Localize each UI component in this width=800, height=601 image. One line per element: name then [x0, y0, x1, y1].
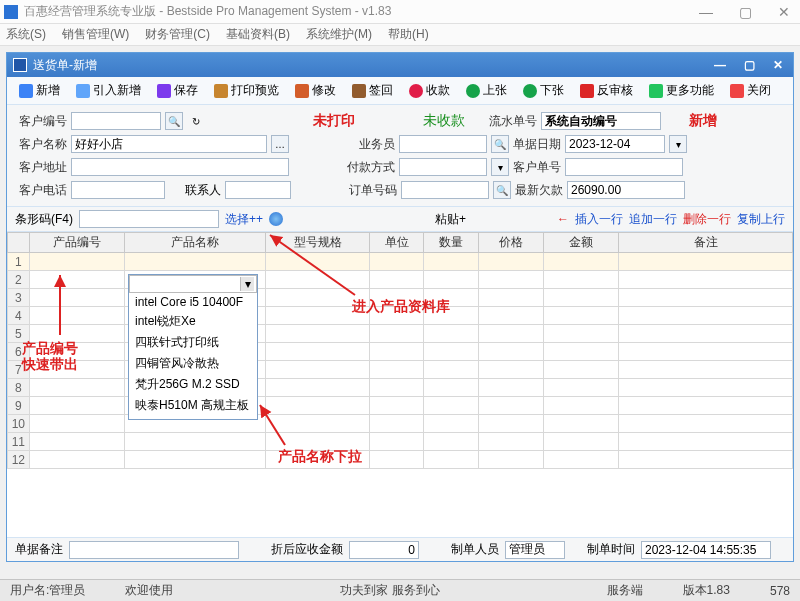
remark-input[interactable] [69, 541, 239, 559]
label-maketime: 制单时间 [587, 541, 635, 558]
menu-basedata[interactable]: 基础资料(B) [226, 26, 290, 43]
table-row[interactable]: 6 [8, 343, 793, 361]
grid-area: 产品编号产品名称型号规格单位数量价格金额备注 123456789101112 [7, 232, 793, 537]
label-barcode: 条形码(F4) [15, 211, 73, 228]
billdate-input[interactable] [565, 135, 665, 153]
delete-row-link[interactable]: 删除一行 [683, 211, 731, 228]
maker-input [505, 541, 565, 559]
copy-row-link[interactable]: 复制上行 [737, 211, 785, 228]
label-custphone: 客户电话 [15, 182, 67, 199]
dropdown-item[interactable]: 四联针式打印纸 [129, 332, 257, 353]
table-row[interactable]: 1 [8, 253, 793, 271]
dropdown-item[interactable]: intel Core i5 10400F [129, 293, 257, 311]
menu-finance[interactable]: 财务管理(C) [145, 26, 210, 43]
import-add-button[interactable]: 引入新增 [70, 80, 147, 101]
paste-link[interactable]: 粘贴+ [435, 211, 466, 228]
col-3[interactable]: 型号规格 [266, 233, 370, 253]
edit-button[interactable]: 修改 [289, 80, 342, 101]
custname-input[interactable] [71, 135, 267, 153]
custno-lookup-button[interactable]: 🔍 [165, 112, 183, 130]
col-8[interactable]: 备注 [619, 233, 793, 253]
col-1[interactable]: 产品编号 [29, 233, 124, 253]
custno-input[interactable] [71, 112, 161, 130]
status-server: 服务端 [607, 582, 643, 599]
col-6[interactable]: 价格 [478, 233, 543, 253]
barcode-input[interactable] [79, 210, 219, 228]
orderno-input[interactable] [401, 181, 489, 199]
chevron-down-icon[interactable]: ▾ [240, 277, 254, 291]
col-0[interactable] [8, 233, 30, 253]
label-custaddr: 客户地址 [15, 159, 67, 176]
table-row[interactable]: 2 [8, 271, 793, 289]
minimize-button[interactable]: — [693, 4, 719, 20]
menu-sales[interactable]: 销售管理(W) [62, 26, 129, 43]
prev-button[interactable]: 上张 [460, 80, 513, 101]
salesperson-lookup-button[interactable]: 🔍 [491, 135, 509, 153]
inner-minimize-button[interactable]: — [710, 58, 730, 72]
discount-input[interactable] [349, 541, 419, 559]
insert-row-link[interactable]: 插入一行 [575, 211, 623, 228]
add-button[interactable]: 新增 [13, 80, 66, 101]
col-2[interactable]: 产品名称 [125, 233, 266, 253]
dropdown-list[interactable]: intel Core i5 10400Fintel锐炬Xe四联针式打印纸四铜管风… [129, 293, 257, 419]
status-new-label: 新增 [689, 112, 717, 130]
save-button[interactable]: 保存 [151, 80, 204, 101]
next-button[interactable]: 下张 [517, 80, 570, 101]
globe-icon[interactable] [269, 212, 283, 226]
inner-close-button[interactable]: ✕ [769, 58, 787, 72]
data-grid[interactable]: 产品编号产品名称型号规格单位数量价格金额备注 123456789101112 [7, 232, 793, 469]
maximize-button[interactable]: ▢ [733, 4, 758, 20]
contact-input[interactable] [225, 181, 291, 199]
table-row[interactable]: 3 [8, 289, 793, 307]
table-row[interactable]: 12 [8, 451, 793, 469]
collect-button[interactable]: 收款 [403, 80, 456, 101]
custsheet-input[interactable] [565, 158, 683, 176]
print-preview-button[interactable]: 打印预览 [208, 80, 285, 101]
dropdown-item[interactable]: 爱普生针式打印机 [129, 416, 257, 419]
table-row[interactable]: 11 [8, 433, 793, 451]
table-row[interactable]: 5 [8, 325, 793, 343]
sign-button[interactable]: 签回 [346, 80, 399, 101]
more-button[interactable]: 更多功能 [643, 80, 720, 101]
col-4[interactable]: 单位 [370, 233, 424, 253]
col-7[interactable]: 金额 [543, 233, 619, 253]
menu-bar: 系统(S) 销售管理(W) 财务管理(C) 基础资料(B) 系统维护(M) 帮助… [0, 24, 800, 46]
dropdown-item[interactable]: intel锐炬Xe [129, 311, 257, 332]
close-tool-button[interactable]: 关闭 [724, 80, 777, 101]
not-printed-label: 未打印 [313, 112, 355, 130]
table-row[interactable]: 4 [8, 307, 793, 325]
salesperson-input[interactable] [399, 135, 487, 153]
paymethod-input[interactable] [399, 158, 487, 176]
inner-maximize-button[interactable]: ▢ [740, 58, 759, 72]
select-link[interactable]: 选择++ [225, 211, 263, 228]
status-user: 用户名:管理员 [10, 582, 85, 599]
billdate-picker-button[interactable]: ▾ [669, 135, 687, 153]
flowno-input[interactable] [541, 112, 661, 130]
label-discount: 折后应收金额 [271, 541, 343, 558]
menu-maint[interactable]: 系统维护(M) [306, 26, 372, 43]
latestdebt-input[interactable] [567, 181, 685, 199]
dropdown-item[interactable]: 梵升256G M.2 SSD [129, 374, 257, 395]
custname-browse-button[interactable]: … [271, 135, 289, 153]
menu-system[interactable]: 系统(S) [6, 26, 46, 43]
menu-help[interactable]: 帮助(H) [388, 26, 429, 43]
left-arrow-icon[interactable]: ← [557, 212, 569, 226]
append-row-link[interactable]: 追加一行 [629, 211, 677, 228]
custaddr-input[interactable] [71, 158, 289, 176]
paymethod-dropdown-button[interactable]: ▾ [491, 158, 509, 176]
app-title: 百惠经营管理系统专业版 - Bestside Pro Management Sy… [24, 3, 693, 20]
close-button[interactable]: ✕ [772, 4, 796, 20]
custphone-input[interactable] [71, 181, 165, 199]
table-row[interactable]: 7 [8, 361, 793, 379]
dropdown-item[interactable]: 映泰H510M 高规主板 [129, 395, 257, 416]
dropdown-item[interactable]: 四铜管风冷散热 [129, 353, 257, 374]
product-name-dropdown[interactable]: ▾ intel Core i5 10400Fintel锐炬Xe四联针式打印纸四铜… [128, 274, 258, 420]
table-row[interactable]: 8 [8, 379, 793, 397]
orderno-lookup-button[interactable]: 🔍 [493, 181, 511, 199]
col-5[interactable]: 数量 [424, 233, 478, 253]
custno-refresh-icon[interactable]: ↻ [187, 112, 205, 130]
table-row[interactable]: 9 [8, 397, 793, 415]
unaudit-button[interactable]: 反审核 [574, 80, 639, 101]
table-row[interactable]: 10 [8, 415, 793, 433]
dropdown-cell[interactable]: ▾ [129, 275, 257, 293]
